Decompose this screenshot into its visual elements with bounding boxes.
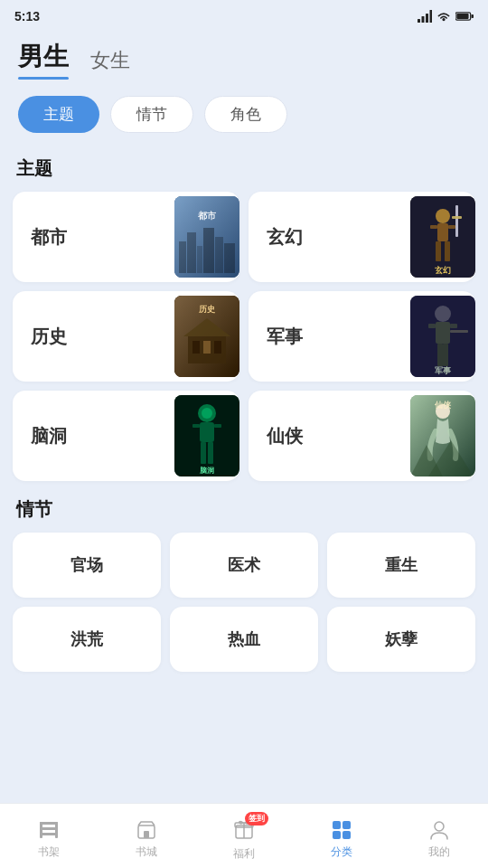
svg-rect-20 (448, 225, 455, 229)
svg-rect-70 (343, 831, 351, 839)
category-dushi[interactable]: 都市 (13, 192, 239, 282)
tag-guanchang[interactable]: 官场 (13, 533, 161, 598)
nav-store-label: 书城 (136, 844, 157, 860)
tag-chongsheng[interactable]: 重生 (327, 533, 475, 598)
svg-rect-30 (192, 341, 200, 354)
book-cover-xianxia: 仙侠 (410, 395, 475, 476)
tag-yishu[interactable]: 医术 (170, 533, 318, 598)
svg-point-48 (202, 408, 212, 419)
status-icons (418, 10, 474, 23)
svg-rect-14 (224, 243, 235, 273)
svg-rect-49 (201, 442, 206, 464)
svg-rect-11 (197, 246, 202, 273)
category-xuanhuan[interactable]: 玄幻 玄幻 (249, 192, 475, 282)
svg-rect-21 (436, 241, 441, 261)
category-naodong[interactable]: 脑洞 脑洞 (13, 391, 239, 481)
svg-text:历史: 历史 (198, 305, 216, 314)
battery-icon (455, 11, 474, 22)
svg-rect-69 (333, 831, 341, 839)
category-xianxia[interactable]: 仙侠 (249, 391, 475, 481)
tag-honghuang[interactable]: 洪荒 (13, 607, 161, 672)
signal-icon (418, 10, 432, 23)
svg-rect-10 (187, 232, 196, 273)
category-lishi-label: 历史 (31, 325, 174, 349)
gender-tabs: 男生 女生 (0, 29, 488, 81)
status-time: 5:13 (14, 9, 40, 24)
book-cover-xuanhuan: 玄幻 (410, 196, 475, 278)
nav-gift-badge-container: 签到 (232, 816, 256, 844)
category-grid-theme: 都市 (13, 192, 475, 481)
bookshelf-icon (37, 818, 61, 842)
svg-text:都市: 都市 (197, 211, 217, 221)
svg-rect-1 (422, 16, 425, 23)
nav-profile[interactable]: 我的 (390, 813, 488, 860)
svg-rect-40 (443, 344, 448, 366)
filter-role[interactable]: 角色 (204, 96, 287, 133)
book-cover-naodong: 脑洞 (174, 395, 239, 476)
nav-gift-label: 福利 (233, 846, 255, 862)
nav-store[interactable]: 书城 (98, 813, 195, 860)
content-area: 主题 都市 (0, 140, 488, 748)
nav-category[interactable]: 分类 (293, 813, 390, 860)
tab-female[interactable]: 女生 (90, 47, 130, 78)
svg-rect-36 (436, 322, 450, 344)
nav-bookshelf[interactable]: 书架 (0, 813, 98, 860)
svg-rect-6 (456, 14, 468, 19)
svg-rect-19 (430, 225, 437, 229)
category-xianxia-label: 仙侠 (267, 424, 410, 448)
svg-text:军事: 军事 (435, 366, 452, 375)
nav-profile-label: 我的 (428, 844, 450, 860)
gift-badge: 签到 (245, 812, 268, 826)
svg-rect-38 (450, 324, 457, 328)
svg-rect-13 (215, 237, 223, 273)
book-cover-junshi: 军事 (410, 296, 475, 377)
svg-rect-63 (144, 831, 149, 838)
svg-rect-41 (450, 330, 468, 333)
svg-text:玄幻: 玄幻 (435, 265, 451, 275)
grid-icon (330, 818, 353, 842)
svg-rect-23 (455, 205, 458, 237)
section-title-theme: 主题 (16, 156, 475, 181)
tag-yaonie[interactable]: 妖孽 (327, 607, 475, 672)
status-bar: 5:13 (0, 0, 488, 29)
svg-rect-18 (437, 223, 448, 241)
category-naodong-label: 脑洞 (31, 424, 174, 448)
svg-rect-22 (445, 241, 450, 261)
category-junshi-label: 军事 (267, 325, 410, 349)
svg-rect-61 (55, 822, 58, 838)
bottom-nav: 书架 书城 签到 福利 分类 (0, 803, 488, 868)
svg-point-71 (435, 822, 444, 831)
tab-male[interactable]: 男生 (18, 40, 69, 78)
wifi-icon (436, 11, 451, 22)
nav-gift[interactable]: 签到 福利 (195, 811, 293, 862)
section-title-plot: 情节 (16, 497, 475, 522)
filter-row: 主题 情节 角色 (0, 81, 488, 140)
svg-rect-32 (214, 341, 221, 354)
nav-category-label: 分类 (331, 844, 352, 860)
filter-plot[interactable]: 情节 (110, 96, 193, 133)
svg-rect-67 (333, 821, 341, 829)
tag-rexue[interactable]: 热血 (170, 607, 318, 672)
svg-text:仙侠: 仙侠 (434, 401, 452, 410)
svg-point-17 (436, 209, 450, 223)
tag-grid-plot: 官场 医术 重生 洪荒 热血 妖孽 (13, 533, 475, 672)
category-junshi[interactable]: 军事 军事 (249, 291, 475, 382)
svg-rect-24 (452, 216, 462, 219)
svg-rect-47 (214, 424, 221, 428)
category-lishi[interactable]: 历史 历史 (13, 291, 239, 382)
book-cover-dushi: 都市 (174, 196, 239, 278)
svg-rect-37 (428, 324, 436, 328)
filter-theme[interactable]: 主题 (18, 96, 99, 133)
svg-rect-12 (203, 228, 214, 273)
svg-rect-39 (437, 344, 443, 366)
svg-rect-45 (200, 422, 214, 442)
category-dushi-label: 都市 (31, 225, 174, 250)
store-icon (135, 818, 158, 842)
svg-rect-3 (430, 10, 433, 23)
svg-rect-5 (472, 14, 474, 18)
svg-point-35 (435, 306, 451, 322)
svg-rect-2 (426, 14, 428, 23)
svg-rect-9 (179, 241, 186, 273)
category-xuanhuan-label: 玄幻 (267, 225, 410, 250)
nav-bookshelf-label: 书架 (38, 844, 60, 860)
